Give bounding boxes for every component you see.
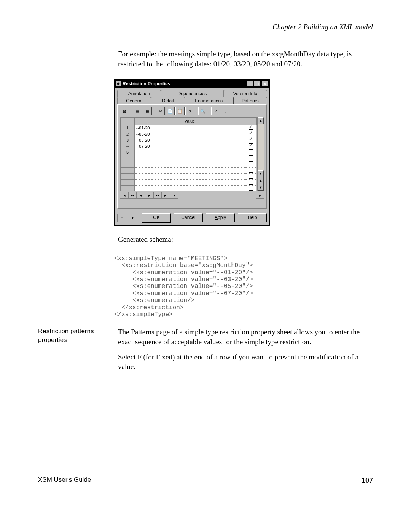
menu-icon[interactable]: ≡ [117,214,126,222]
cut-icon[interactable]: ✂ [156,107,165,115]
generated-schema-label: Generated schema: [118,235,373,244]
checkbox-icon [249,180,253,185]
nav-prev-page-icon[interactable]: ◂◂ [128,192,137,199]
insert-row-icon[interactable]: ▤ [133,107,142,115]
checkbox-icon [249,174,253,179]
minimize-button[interactable]: _ [246,81,253,87]
table-row [121,161,257,168]
tab-version-info[interactable]: Version Info [223,90,267,97]
scroll-bottom-icon[interactable]: ▼ [258,184,264,191]
table-row [121,168,257,174]
window-title: Restriction Properties [123,81,245,86]
tab-enumerations[interactable]: Enumerations [185,97,234,104]
scroll-down-icon[interactable]: ▼ [258,170,264,177]
checkbox-icon [249,137,253,142]
nav-left-icon[interactable]: ◂ [170,192,178,199]
col-f[interactable]: F [245,118,257,125]
grid-toolbar: 🗎 ▤ ▦ ✂ 📄 📋 ✕ 🔍 ✓ ⌄ [120,107,264,115]
footer-guide: XSM User's Guide [38,476,91,485]
checkbox-icon [249,161,253,166]
code-block: <xs:simpleType name="MEETINGS"> <xs:rest… [114,255,373,318]
properties-icon[interactable]: 🗎 [120,107,129,115]
col-value[interactable]: Value [135,118,245,125]
nav-last-icon[interactable]: ▸| [162,192,170,199]
vertical-scrollbar[interactable]: ▲ ▼ ▲ ▼ [257,117,264,191]
tab-annotation[interactable]: Annotation [117,90,161,97]
ok-button[interactable]: OK [142,213,171,222]
tab-general[interactable]: General [117,97,151,104]
checkbox-icon [249,149,253,154]
delete-icon[interactable]: ✕ [185,107,194,115]
tab-dependencies[interactable]: Dependencies [161,90,224,97]
patterns-paragraph-2: Select F (for Fixed) at the end of a row… [118,352,373,372]
sort-icon[interactable]: ⌄ [221,107,230,115]
add-row-icon[interactable]: ▦ [143,107,152,115]
table-row: 2--03-20 [121,131,257,137]
dropdown-icon[interactable]: ▼ [131,216,134,220]
table-row [121,155,257,161]
table-row: 5 [121,149,257,155]
table-row [121,174,257,180]
page-number: 107 [362,476,373,485]
checkbox-icon [249,186,253,191]
nav-right-icon[interactable]: ▸ [256,192,264,199]
system-menu-icon[interactable] [116,81,121,86]
filter-icon[interactable]: ✓ [211,107,220,115]
title-bar[interactable]: Restriction Properties _ □ × [115,80,269,88]
checkbox-icon [249,125,253,130]
nav-prev-icon[interactable]: ◂ [137,192,145,199]
tabs-back-row: Annotation Dependencies Version Info [117,90,267,97]
nav-first-icon[interactable]: |◂ [120,192,128,199]
section-sidelabel: Restriction patterns properties [38,327,118,377]
checkbox-icon [249,131,253,136]
maximize-button[interactable]: □ [254,81,261,87]
copy-icon[interactable]: 📄 [166,107,175,115]
checkbox-icon [249,155,253,160]
nav-next-page-icon[interactable]: ▸▸ [153,192,162,199]
apply-button[interactable]: Apply [206,213,235,222]
enumerations-panel: 🗎 ▤ ▦ ✂ 📄 📋 ✕ 🔍 ✓ ⌄ [117,104,267,209]
table-row: →--07-20 [121,143,257,149]
cancel-button[interactable]: Cancel [174,213,203,222]
intro-paragraph: For example: the meetings simple type, b… [118,49,373,69]
find-icon[interactable]: 🔍 [198,107,207,115]
help-button[interactable]: Help [238,213,267,222]
scroll-top-icon[interactable]: ▲ [258,177,264,184]
table-row: 3--05-20 [121,137,257,143]
checkbox-icon [249,168,253,173]
tab-detail[interactable]: Detail [151,97,185,104]
patterns-paragraph-1: The Patterns page of a simple type restr… [118,327,373,347]
table-row: 1--01-20 [121,125,257,131]
checkbox-icon [249,143,253,148]
paste-icon[interactable]: 📋 [175,107,185,115]
close-button[interactable]: × [261,81,268,87]
chapter-header: Chapter 2 Building an XML model [38,23,373,34]
tabs-front-row: General Detail Enumerations Patterns [117,97,267,104]
enumerations-grid[interactable]: Value F 1--01-20 2--03-20 3--05-20 →--07… [120,117,257,191]
table-row [121,186,257,192]
table-row [121,180,257,186]
tab-patterns[interactable]: Patterns [233,97,267,104]
rowhdr-blank [121,118,135,125]
grid-nav: |◂ ◂◂ ◂ ▸ ▸▸ ▸| ◂ ▸ [120,192,264,199]
restriction-properties-dialog: Restriction Properties _ □ × Annotation … [114,79,270,226]
nav-next-icon[interactable]: ▸ [145,192,153,199]
scroll-up-icon[interactable]: ▲ [258,117,264,124]
